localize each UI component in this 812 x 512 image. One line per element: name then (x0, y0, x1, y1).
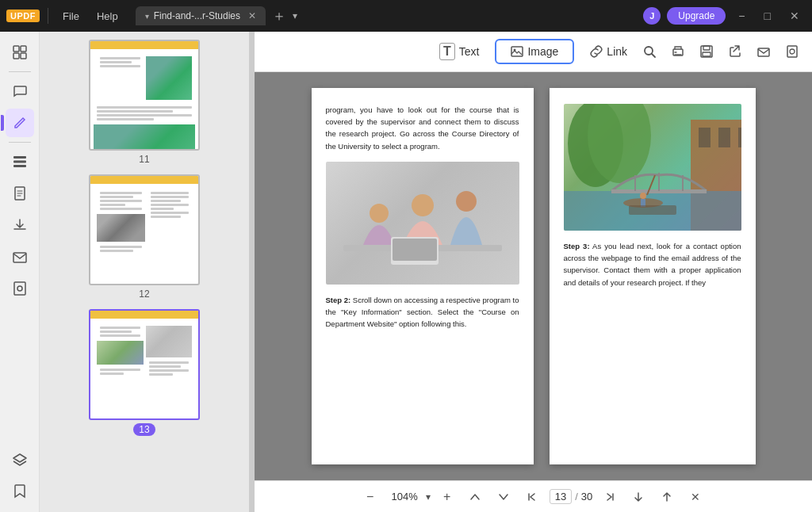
tab-title: Find-and-...r-Studies (154, 10, 240, 21)
zoom-dropdown-button[interactable]: ▾ (426, 491, 431, 502)
menu-file[interactable]: File (56, 9, 86, 24)
svg-rect-2 (13, 53, 19, 59)
step3-label: Step 3: (564, 242, 590, 250)
scroll-down-button[interactable] (492, 486, 515, 508)
app-logo: UPDF (6, 10, 40, 22)
thumb-content-13 (90, 319, 198, 384)
svg-rect-6 (13, 165, 26, 167)
svg-point-23 (412, 194, 434, 216)
thumb-line (100, 204, 125, 206)
menu-help[interactable]: Help (90, 9, 124, 24)
thumbnail-11[interactable]: 11 (89, 40, 200, 165)
svg-point-10 (17, 286, 22, 291)
maximize-button[interactable]: □ (758, 8, 777, 24)
svg-rect-11 (511, 47, 523, 56)
sidebar-icon-organize[interactable] (6, 147, 34, 176)
nav-up-arrow[interactable] (656, 486, 678, 508)
svg-rect-9 (14, 282, 25, 295)
sidebar-icon-comment[interactable] (6, 77, 34, 105)
print-button[interactable] (666, 40, 690, 63)
text-tool-label: Text (459, 45, 480, 58)
image-tool-button[interactable]: Image (495, 39, 574, 64)
svg-rect-33 (738, 128, 741, 147)
step2-text: Scroll down on accessing a respective pr… (326, 296, 519, 328)
page-info: 13 / 30 (550, 489, 593, 504)
thumb-content-11 (90, 49, 198, 151)
thumb-line (100, 57, 140, 59)
close-bar-button[interactable]: ✕ (684, 486, 707, 508)
go-first-button[interactable] (521, 486, 543, 508)
page-separator: / (575, 491, 578, 502)
svg-rect-5 (13, 161, 26, 163)
svg-rect-3 (21, 53, 26, 59)
thumb-line (100, 65, 140, 67)
thumb-header-11 (90, 41, 198, 49)
zoom-out-button[interactable]: − (360, 487, 381, 507)
nav-down-arrow[interactable] (627, 486, 649, 508)
scroll-up-button[interactable] (464, 486, 486, 508)
thumb-church-img (97, 214, 145, 242)
thumb-line (100, 331, 132, 333)
share-button[interactable] (723, 40, 747, 63)
title-divider (48, 8, 48, 24)
thumb-line (151, 216, 181, 218)
thumb-line (100, 192, 142, 194)
active-tab[interactable]: ▾ Find-and-...r-Studies ✕ (136, 6, 266, 25)
total-pages: 30 (581, 491, 592, 502)
svg-point-24 (456, 191, 477, 212)
tab-close-icon[interactable]: ✕ (248, 10, 256, 21)
people-image (326, 162, 519, 285)
sidebar-icon-pages[interactable] (6, 179, 34, 208)
svg-rect-32 (718, 128, 730, 147)
thumb-box-12[interactable] (89, 174, 200, 285)
sidebar-icon-thumbnails[interactable] (6, 38, 34, 67)
text-tool-button[interactable]: T Text (423, 36, 495, 67)
zoom-in-button[interactable]: + (437, 487, 458, 507)
save-button[interactable] (695, 40, 718, 63)
minimize-button[interactable]: − (732, 8, 751, 24)
page-left-para1: program, you have to look out for the co… (326, 104, 519, 152)
sidebar-icon-edit[interactable] (6, 109, 34, 137)
sidebar-divider-1 (9, 71, 31, 72)
close-button[interactable]: ✕ (783, 8, 806, 24)
svg-rect-31 (699, 128, 710, 147)
sidebar-icon-protect[interactable] (6, 274, 34, 303)
thumbnail-12[interactable]: 12 (89, 174, 200, 300)
go-last-button[interactable] (599, 486, 621, 508)
sidebar-divider-2 (9, 142, 31, 143)
bridge-image (564, 104, 741, 231)
current-page-input[interactable]: 13 (550, 489, 572, 504)
title-bar: UPDF File Help ▾ Find-and-...r-Studies ✕… (0, 0, 812, 32)
sidebar-icon-mail[interactable] (6, 243, 34, 271)
thumb-line (97, 110, 173, 113)
tab-dropdown-icon[interactable]: ▾ (145, 12, 149, 21)
search-button[interactable] (638, 40, 661, 63)
upgrade-button[interactable]: Upgrade (667, 7, 726, 25)
bottom-bar: − 104% ▾ + 13 / 30 (255, 480, 812, 512)
mail-button[interactable] (752, 40, 776, 63)
thumb-line (97, 118, 154, 120)
thumbnail-panel[interactable]: 11 (40, 32, 250, 512)
thumb-line (100, 334, 140, 337)
zoom-display: 104% ▾ (387, 491, 431, 502)
sidebar-icon-export[interactable] (6, 211, 34, 239)
thumb-box-11[interactable] (89, 40, 200, 151)
sidebar-icon-layers[interactable] (6, 445, 34, 474)
svg-rect-0 (13, 46, 19, 52)
thumb-content-12 (90, 184, 198, 260)
thumb-line (100, 373, 124, 375)
svg-rect-17 (703, 52, 710, 56)
thumb-line (100, 250, 133, 252)
thumb-box-13[interactable] (89, 309, 200, 420)
thumbnail-13[interactable]: 13 (89, 309, 200, 436)
protect-button[interactable] (780, 40, 804, 63)
svg-point-20 (790, 49, 795, 54)
thumb-line (151, 192, 189, 194)
page-left-step2: Step 2: Scroll down on accessing a respe… (326, 294, 519, 331)
new-tab-button[interactable]: ＋ (272, 6, 286, 25)
link-tool-button[interactable]: Link (574, 39, 643, 64)
pdf-page-left: program, you have to look out for the co… (312, 88, 534, 464)
more-tabs-button[interactable]: ▾ (293, 10, 297, 21)
thumb-bridge-img-13 (97, 341, 144, 365)
sidebar-icon-bookmark[interactable] (6, 477, 34, 506)
